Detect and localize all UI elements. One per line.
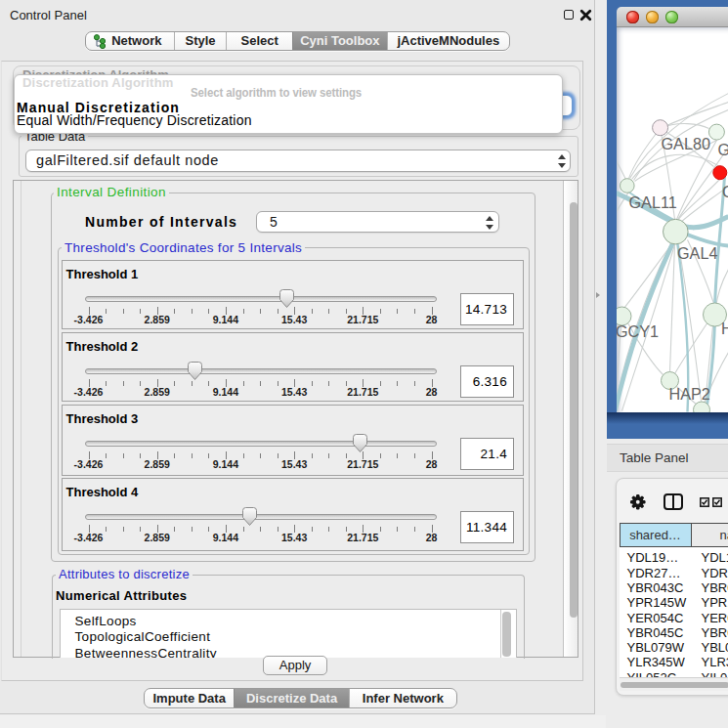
svg-text:H: H xyxy=(721,319,728,336)
svg-text:GCY1: GCY1 xyxy=(617,321,659,339)
svg-text:C: C xyxy=(722,183,728,200)
svg-text:GA: GA xyxy=(717,140,728,157)
svg-text:GAL11: GAL11 xyxy=(628,193,676,210)
svg-text:GAL4: GAL4 xyxy=(677,243,717,261)
svg-text:GAL80: GAL80 xyxy=(661,134,709,151)
svg-text:HAP2: HAP2 xyxy=(668,384,709,402)
